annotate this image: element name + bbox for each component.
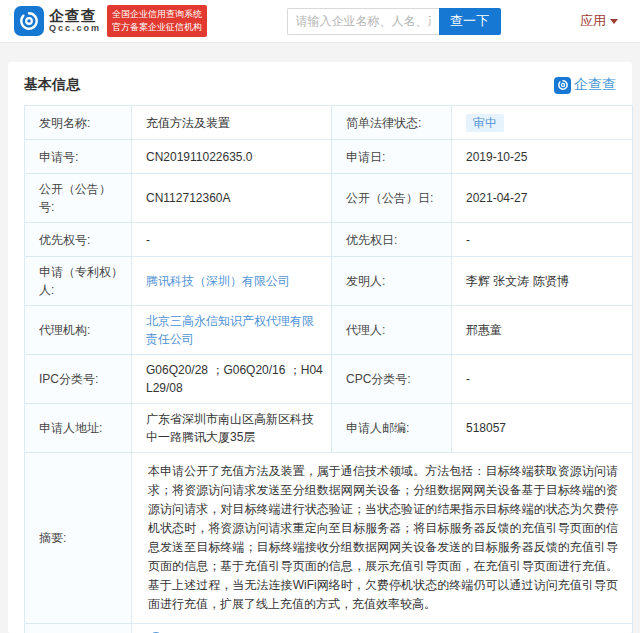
field-label: 摘要: <box>25 453 132 624</box>
table-row-classification: IPC分类号: G06Q20/28 ；G06Q20/16 ；H04L29/08 … <box>25 355 633 404</box>
field-value: 审中 <box>452 106 633 140</box>
apps-menu[interactable]: 应用 <box>580 12 618 30</box>
field-value: 邢惠童 <box>452 306 633 355</box>
field-label: 申请日: <box>332 140 452 174</box>
table-row-application: 申请号: CN201911022635.0 申请日: 2019-10-25 <box>25 140 633 174</box>
certification-badge: 全国企业信用查询系统 官方备案企业征信机构 <box>107 5 207 37</box>
field-label: CPC分类号: <box>332 355 452 404</box>
field-label: 申请人地址: <box>25 404 132 453</box>
field-value: 李辉 张文涛 陈贤博 <box>452 257 633 306</box>
logo-name: 企查查 <box>49 8 101 24</box>
field-label: 优先权号: <box>25 223 132 257</box>
table-row-agency: 代理机构: 北京三高永信知识产权代理有限责任公司 代理人: 邢惠童 <box>25 306 633 355</box>
legal-status-cell: 1 2021-04-27 公开 <box>132 624 633 633</box>
qcc-swirl-icon <box>14 6 44 36</box>
field-label: 法律状态: <box>25 624 132 633</box>
qcc-watermark: 企查查 <box>554 76 616 94</box>
patent-info-table: 发明名称: 充值方法及装置 简单法律状态: 审中 申请号: CN20191102… <box>24 105 633 633</box>
certification-badge-line1: 全国企业信用查询系统 <box>112 8 202 21</box>
table-row-invention-name: 发明名称: 充值方法及装置 简单法律状态: 审中 <box>25 106 633 140</box>
field-value: G06Q20/28 ；G06Q20/16 ；H04L29/08 <box>132 355 332 404</box>
field-label: 代理机构: <box>25 306 132 355</box>
status-badge: 审中 <box>466 114 504 132</box>
basic-info-card: 基本信息 企查查 发明名称: 充值方法及装置 简单法律状态: 审中 <box>8 62 632 633</box>
certification-badge-line2: 官方备案企业征信机构 <box>112 21 202 34</box>
field-label: 公开（公告）日: <box>332 174 452 223</box>
field-label: 优先权日: <box>332 223 452 257</box>
field-value: - <box>452 355 633 404</box>
field-value: - <box>132 223 332 257</box>
table-row-address: 申请人地址: 广东省深圳市南山区高新区科技中一路腾讯大厦35层 申请人邮编: 5… <box>25 404 633 453</box>
table-row-legal-status: 法律状态: 1 2021-04-27 公开 <box>25 624 633 633</box>
search-button[interactable]: 查一下 <box>439 8 501 35</box>
field-value: 2019-10-25 <box>452 140 633 174</box>
abstract-text: 本申请公开了充值方法及装置，属于通信技术领域。方法包括：目标终端获取资源访问请求… <box>132 453 633 624</box>
logo-text: 企查查 Qcc.com <box>49 8 101 33</box>
card-header: 基本信息 企查查 <box>24 76 616 94</box>
field-label: 简单法律状态: <box>332 106 452 140</box>
qcc-swirl-icon <box>554 77 571 94</box>
table-row-publication: 公开（公告）号: CN112712360A 公开（公告）日: 2021-04-2… <box>25 174 633 223</box>
field-label: 申请人邮编: <box>332 404 452 453</box>
agency-link[interactable]: 北京三高永信知识产权代理有限责任公司 <box>146 314 314 346</box>
field-label: IPC分类号: <box>25 355 132 404</box>
field-value: 2021-04-27 <box>452 174 633 223</box>
field-label: 发明名称: <box>25 106 132 140</box>
table-row-applicant: 申请（专利权）人: 腾讯科技（深圳）有限公司 发明人: 李辉 张文涛 陈贤博 <box>25 257 633 306</box>
field-label: 申请（专利权）人: <box>25 257 132 306</box>
caret-down-icon <box>610 19 618 24</box>
field-label: 公开（公告）号: <box>25 174 132 223</box>
field-label: 发明人: <box>332 257 452 306</box>
apps-menu-label: 应用 <box>580 12 606 30</box>
field-value: CN201911022635.0 <box>132 140 332 174</box>
search-bar: 查一下 <box>287 8 501 35</box>
applicant-link[interactable]: 腾讯科技（深圳）有限公司 <box>146 274 290 288</box>
field-value: - <box>452 223 633 257</box>
field-value: 广东省深圳市南山区高新区科技中一路腾讯大厦35层 <box>132 404 332 453</box>
table-row-priority: 优先权号: - 优先权日: - <box>25 223 633 257</box>
field-value: 腾讯科技（深圳）有限公司 <box>132 257 332 306</box>
field-value: 充值方法及装置 <box>132 106 332 140</box>
field-label: 申请号: <box>25 140 132 174</box>
field-label: 代理人: <box>332 306 452 355</box>
watermark-text: 企查查 <box>574 76 616 94</box>
logo-domain: Qcc.com <box>49 24 101 33</box>
field-value: 518057 <box>452 404 633 453</box>
search-input[interactable] <box>287 8 439 35</box>
qcc-logo[interactable]: 企查查 Qcc.com <box>14 6 101 36</box>
field-value: 北京三高永信知识产权代理有限责任公司 <box>132 306 332 355</box>
section-title: 基本信息 <box>24 76 80 94</box>
top-header: 企查查 Qcc.com 全国企业信用查询系统 官方备案企业征信机构 查一下 应用 <box>0 0 640 43</box>
table-row-abstract: 摘要: 本申请公开了充值方法及装置，属于通信技术领域。方法包括：目标终端获取资源… <box>25 453 633 624</box>
field-value: CN112712360A <box>132 174 332 223</box>
